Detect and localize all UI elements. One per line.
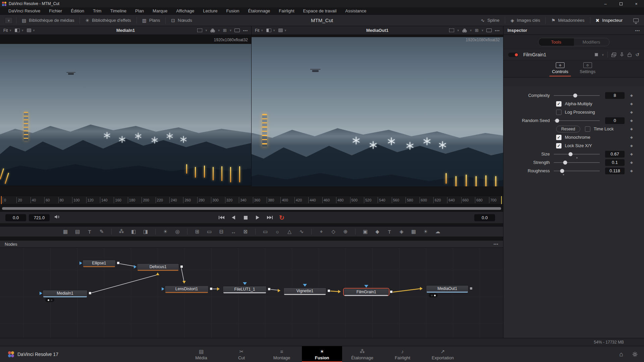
stop-button[interactable] [242,215,249,221]
viewer-split-control[interactable]: ∨ [15,28,23,32]
close-button[interactable]: × [629,0,644,7]
node-output-port[interactable] [327,289,330,292]
transform-tool-icon[interactable]: ⊞ [193,228,202,235]
toolbar-button-bibliotheque-d-effets[interactable]: ✳Bibliothèque d'effets [80,15,136,26]
keyframe-diamond-icon[interactable]: ◆ [630,94,633,97]
node-filmgrain1[interactable]: FilmGrain1 [344,289,389,295]
lock-open-icon[interactable] [628,52,632,57]
textplus-tool-icon[interactable]: T [85,228,94,235]
keyframe-diamond-icon[interactable]: ◆ [630,110,633,114]
roi-icon[interactable] [197,28,202,32]
keyframe-diamond-icon[interactable]: ◆ [630,169,633,173]
color-controls-icon[interactable] [462,28,467,33]
checkbox-time-lock[interactable] [585,126,590,132]
playhead[interactable] [1,196,2,204]
page-tab-etalonnage[interactable]: ⁂Étalonnage [342,346,382,362]
checkbox-monochrome[interactable]: ✓ [556,135,561,140]
crop-tool-icon[interactable]: ▭ [205,228,214,235]
renderer3d-tool-icon[interactable]: ☁ [433,228,442,235]
merge-tool-icon[interactable]: ⊠ [241,228,250,235]
chevron-down-icon[interactable]: ∨ [602,53,604,56]
light3d-tool-icon[interactable]: ☀ [421,228,430,235]
node-enable-toggle[interactable] [508,53,519,57]
go-to-start-button[interactable] [218,215,225,221]
brightness-tool-icon[interactable]: ☀ [161,228,170,235]
go-to-end-button[interactable] [266,215,273,221]
slider-thumb[interactable] [569,152,573,156]
frame-icon[interactable] [486,28,492,32]
node-lensdistort1[interactable]: LensDistort1 [165,286,209,292]
keyframe-diamond-icon[interactable]: ◆ [630,144,633,147]
shape3d-tool-icon[interactable]: ◆ [373,228,382,235]
viewer-split-control[interactable]: ∨ [266,28,275,32]
value-field-strength[interactable]: 0.1 [605,159,625,166]
viewer-options-icon[interactable]: ••• [243,28,248,33]
reset-history-icon[interactable]: ↺ [635,52,639,57]
menu-item-fichier[interactable]: Fichier [45,8,66,13]
menu-item-plan[interactable]: Plan [131,8,148,13]
bspline-mask-icon[interactable]: ∿ [297,228,306,235]
node-mask-input-port[interactable] [243,282,247,285]
roi-icon[interactable] [449,28,454,32]
planar-tracker-icon[interactable]: ◇ [329,228,338,235]
blur-tool-icon[interactable]: ◎ [173,228,182,235]
menu-item-trim[interactable]: Trim [89,8,106,13]
rectangle-mask-icon[interactable]: ▭ [261,228,270,235]
imageplane3d-tool-icon[interactable]: ▣ [361,228,370,235]
copy-settings-icon[interactable] [611,53,616,57]
checkerboard-tool-icon[interactable]: ▦ [61,228,70,235]
maximize-button[interactable] [613,0,629,7]
huecurves-tool-icon[interactable]: ◨ [141,228,150,235]
loop-button[interactable]: ↻ [278,215,285,221]
node-output-port[interactable] [268,288,271,291]
value-field-size[interactable]: 0.67 [605,151,625,158]
camera3d-tool-icon[interactable]: ▦ [409,228,418,235]
checkbox-alpha-multiply[interactable]: ✓ [556,101,561,107]
guides-icon[interactable]: ⊞ [223,28,227,33]
menu-item-lecture[interactable]: Lecture [199,8,222,13]
value-field-random-seed[interactable]: 0 [605,117,625,124]
toolbar-button-inspecteur[interactable]: ✖Inspecteur [590,15,628,26]
inspector-options-icon[interactable]: ••• [635,28,640,33]
menu-item-timeline[interactable]: Timeline [106,8,131,13]
slider-size[interactable] [554,152,600,156]
node-input-port[interactable] [79,261,82,265]
slider-roughness[interactable] [554,169,600,173]
still-tool-icon[interactable]: ▤ [73,228,82,235]
play-reverse-button[interactable] [230,215,237,221]
node-mediain1[interactable]: MediaIn1 [43,290,88,297]
slider-strength[interactable] [554,161,600,165]
node-output-port[interactable] [117,261,120,264]
node-input-port[interactable] [40,292,42,295]
menu-item-etalonnage[interactable]: Étalonnage [244,8,275,13]
node-graph-canvas[interactable]: MediaIn1Ellipse1Defocus1LensDistort1File… [0,248,503,338]
slider-thumb[interactable] [563,161,567,165]
node-defocus1[interactable]: Defocus1 [137,263,179,270]
inspector-tab-tools[interactable]: Tools [539,38,574,46]
current-frame-field[interactable]: 0.0 [474,214,495,221]
keyframe-diamond-icon[interactable]: ◆ [630,102,633,106]
toolbar-button-images-cles[interactable]: ◈Images clés [505,15,545,26]
merge3d-tool-icon[interactable]: ◈ [397,228,406,235]
viewer-zoom-control[interactable]: Fit∨ [255,28,263,33]
node-output-port[interactable] [470,287,473,290]
value-field-complexity[interactable]: 8 [605,92,625,99]
node-vignette1[interactable]: Vignette1 [283,288,326,294]
button-reseed[interactable]: Reseed [556,126,580,132]
viewer-assign-dots[interactable] [45,298,54,302]
menu-item-fusion[interactable]: Fusion [222,8,244,13]
menu-item-edition[interactable]: Édition [66,8,89,13]
node-output-port[interactable] [210,287,213,290]
project-manager-icon[interactable]: ⌂ [620,351,623,358]
guides-icon[interactable]: ⊞ [475,28,479,33]
keyframe-diamond-icon[interactable]: ◆ [630,127,633,131]
menu-item-affichage[interactable]: Affichage [172,8,199,13]
page-tab-montage[interactable]: ≡Montage [262,346,302,362]
keyframe-diamond-icon[interactable]: ◆ [630,161,633,164]
timeline-scrollbar[interactable] [2,207,501,210]
node-output-port[interactable] [390,290,393,293]
play-button[interactable] [254,215,261,221]
fit-dropdown[interactable]: Fit [3,28,8,33]
viewer-options-icon[interactable]: ••• [495,28,500,33]
node-color-swatch[interactable] [595,53,598,56]
